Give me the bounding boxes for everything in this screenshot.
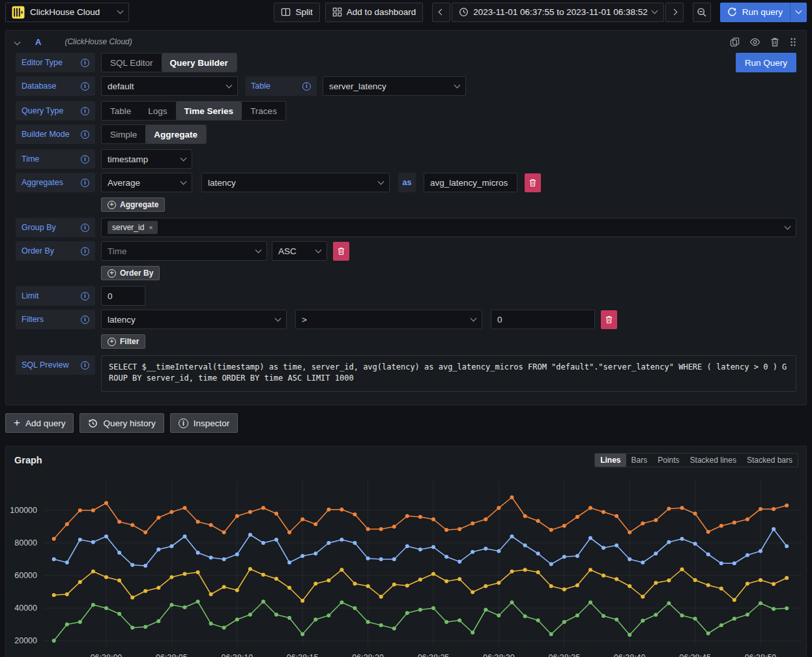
add-filter-button[interactable]: Filter: [101, 334, 145, 349]
limit-row: Limit 0: [16, 286, 796, 306]
split-button[interactable]: Split: [274, 3, 319, 22]
limit-input[interactable]: 0: [101, 286, 145, 306]
remove-tag-icon[interactable]: ×: [149, 224, 152, 231]
chevron-down-icon: [315, 246, 322, 253]
info-icon[interactable]: [81, 82, 89, 91]
aggregate-alias-input[interactable]: avg_latency_micros: [424, 173, 517, 192]
filter-field-select[interactable]: latency: [101, 310, 287, 329]
graph-header: Graph Lines Bars Points Stacked lines St…: [6, 446, 806, 467]
delete-query-trash-icon[interactable]: [770, 37, 779, 47]
tab-stacked-lines[interactable]: Stacked lines: [685, 454, 742, 467]
hide-query-eye-icon[interactable]: [749, 37, 761, 47]
trash-icon: [338, 247, 345, 256]
tab-stacked-bars[interactable]: Stacked bars: [742, 454, 798, 467]
info-icon[interactable]: [81, 292, 89, 300]
trash-icon: [529, 179, 536, 187]
datasource-picker[interactable]: ClickHouse Cloud: [5, 3, 129, 22]
group-by-multiselect[interactable]: server_id ×: [101, 218, 796, 237]
query-type-radio-group: Table Logs Time Series Traces: [101, 101, 286, 121]
info-icon[interactable]: [81, 130, 89, 139]
time-range-text: 2023-11-01 06:37:55 to 2023-11-01 06:38:…: [473, 7, 647, 17]
time-range-button[interactable]: 2023-11-01 06:37:55 to 2023-11-01 06:38:…: [452, 3, 663, 22]
inspector-button[interactable]: Inspector: [170, 413, 239, 433]
filter-operator-select[interactable]: >: [295, 310, 482, 329]
info-icon[interactable]: [81, 179, 89, 187]
query-type-time-series[interactable]: Time Series: [176, 102, 242, 120]
refresh-icon: [727, 7, 737, 17]
builder-mode-radio-group: Simple Aggregate: [101, 124, 207, 144]
aggregate-function-select[interactable]: Average: [101, 173, 192, 192]
time-row: Time timestamp: [16, 149, 796, 169]
filter-value-input[interactable]: 0: [491, 310, 595, 329]
info-icon[interactable]: [81, 224, 89, 232]
run-query-options-button[interactable]: [790, 3, 807, 22]
drag-handle-icon[interactable]: [789, 37, 797, 47]
latency-chart[interactable]: 2000040000600008000010000006:38:0006:38:…: [6, 471, 806, 657]
chevron-down-icon: [255, 246, 262, 253]
query-header-actions: [730, 37, 797, 47]
svg-text:06:38:20: 06:38:20: [352, 653, 384, 657]
circle-plus-icon: [108, 338, 116, 346]
time-column-select[interactable]: timestamp: [101, 149, 192, 169]
database-table-row: Database default Table server_latency: [16, 76, 796, 96]
add-aggregate-button[interactable]: Aggregate: [101, 197, 165, 212]
time-shift-forward-button[interactable]: [665, 3, 684, 22]
collapse-chevron-icon[interactable]: [14, 38, 21, 45]
order-by-label: Order By: [16, 241, 95, 261]
chevron-right-icon: [671, 9, 678, 16]
remove-aggregate-button[interactable]: [525, 173, 541, 192]
tab-points[interactable]: Points: [652, 454, 684, 467]
order-by-row: Order By Time ASC: [16, 241, 796, 261]
chevron-down-icon: [181, 178, 187, 184]
duplicate-query-icon[interactable]: [730, 37, 740, 47]
database-select[interactable]: default: [101, 76, 238, 96]
info-icon[interactable]: [81, 247, 89, 256]
filters-row: Filters latency > 0: [16, 310, 796, 329]
info-icon[interactable]: [81, 107, 89, 115]
info-icon[interactable]: [81, 155, 89, 164]
order-by-direction-select[interactable]: ASC: [272, 241, 327, 261]
query-editor-panel: A (ClickHouse Cloud): [5, 30, 807, 405]
add-to-dashboard-button[interactable]: Add to dashboard: [325, 3, 424, 22]
split-icon: [281, 7, 291, 17]
info-icon[interactable]: [81, 59, 89, 67]
table-select[interactable]: server_latency: [323, 76, 466, 96]
query-builder-option[interactable]: Query Builder: [162, 53, 237, 72]
info-icon[interactable]: [81, 361, 89, 370]
sql-editor-option[interactable]: SQL Editor: [102, 53, 162, 72]
query-type-logs[interactable]: Logs: [139, 102, 175, 120]
datasource-name: ClickHouse Cloud: [30, 7, 113, 17]
aggregates-row: Aggregates Average latency as avg_latenc…: [16, 173, 796, 192]
query-history-button[interactable]: Query history: [80, 413, 164, 433]
group-by-tag[interactable]: server_id ×: [108, 221, 158, 234]
chevron-down-icon: [471, 315, 477, 321]
query-ref-id[interactable]: A: [35, 37, 41, 47]
info-icon[interactable]: [81, 315, 89, 324]
tab-bars[interactable]: Bars: [626, 454, 653, 467]
svg-text:20000: 20000: [14, 636, 37, 645]
query-type-label: Query Type: [16, 101, 95, 121]
query-type-table[interactable]: Table: [102, 102, 139, 120]
query-type-row: Query Type Table Logs Time Series Traces: [16, 101, 796, 121]
sql-preview-text: SELECT $__timeInterval(timestamp) as tim…: [101, 355, 796, 392]
order-by-field-select[interactable]: Time: [101, 241, 267, 261]
run-query-inline-button[interactable]: Run Query: [736, 53, 796, 72]
time-shift-back-button[interactable]: [432, 3, 450, 22]
remove-filter-button[interactable]: [601, 310, 617, 329]
builder-mode-aggregate[interactable]: Aggregate: [145, 125, 206, 143]
add-aggregate-row: Aggregate: [101, 197, 796, 212]
zoom-out-button[interactable]: [693, 3, 711, 22]
limit-label: Limit: [16, 286, 95, 306]
remove-order-by-button[interactable]: [333, 242, 349, 261]
run-query-button[interactable]: Run query: [720, 3, 790, 22]
add-query-button[interactable]: Add query: [5, 413, 74, 433]
add-order-by-button[interactable]: Order By: [101, 266, 160, 280]
query-type-traces[interactable]: Traces: [242, 102, 285, 120]
clickhouse-logo-icon: [12, 6, 25, 19]
builder-mode-simple[interactable]: Simple: [102, 125, 145, 143]
chevron-down-icon: [181, 154, 187, 161]
aggregate-column-select[interactable]: latency: [201, 173, 390, 192]
tab-lines[interactable]: Lines: [595, 454, 626, 467]
info-icon[interactable]: [302, 82, 311, 91]
svg-text:06:38:15: 06:38:15: [287, 653, 319, 657]
